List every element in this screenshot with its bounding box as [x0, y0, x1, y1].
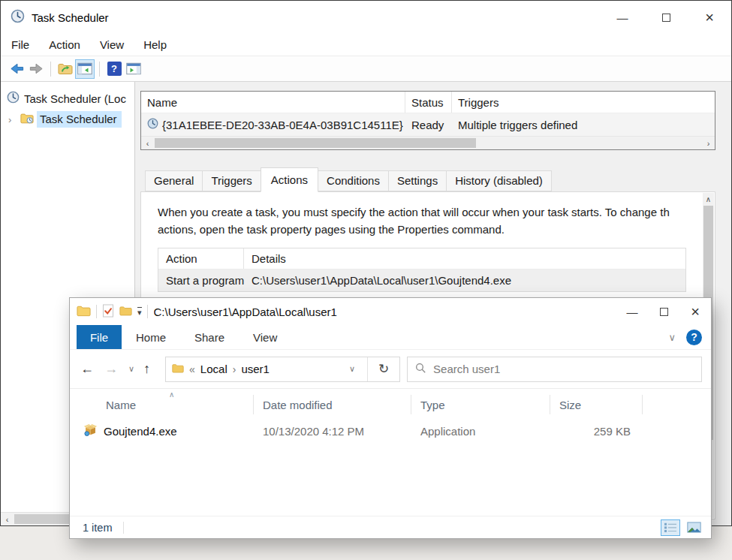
address-dropdown-chevron-icon[interactable]: ∨	[349, 364, 361, 374]
ribbon-collapse-chevron-icon[interactable]: ∨	[668, 332, 676, 343]
column-header-status[interactable]: Status	[405, 92, 452, 113]
forward-arrow-icon[interactable]: →	[104, 361, 118, 377]
column-header-triggers[interactable]: Triggers	[452, 92, 715, 113]
menu-action[interactable]: Action	[49, 38, 80, 51]
qat-customize-dropdown-icon[interactable]: ▾	[137, 307, 142, 317]
column-header-size[interactable]: Size	[550, 395, 643, 414]
task-list-panel: Name Status Triggers {31A1EBEE-DE20-33AB…	[140, 91, 715, 150]
sort-ascending-icon[interactable]: ∧	[169, 390, 174, 399]
scroll-left-arrow[interactable]: ‹	[141, 137, 154, 149]
scrollbar-thumb[interactable]	[14, 514, 71, 524]
tab-history[interactable]: History (disabled)	[447, 170, 552, 191]
task-list-horizontal-scrollbar[interactable]: ‹ ›	[141, 136, 715, 149]
column-header-date-modified[interactable]: Date modified	[254, 395, 411, 414]
breadcrumb-item-user1[interactable]: user1	[241, 363, 270, 375]
task-name: {31A1EBEE-DE20-33AB-0E4A-03B91C14511E}	[162, 119, 403, 131]
tab-conditions[interactable]: Conditions	[318, 170, 389, 191]
minimize-button[interactable]: —	[616, 298, 648, 325]
scroll-up-arrow[interactable]: ∧	[703, 193, 714, 205]
breadcrumb: « Local › user1 ∨	[166, 357, 367, 381]
ribbon-tab-home[interactable]: Home	[122, 325, 180, 349]
clock-app-icon	[11, 9, 25, 26]
forward-arrow-icon[interactable]	[26, 59, 46, 79]
actions-description-line-2: actions, open the task property pages us…	[158, 221, 686, 238]
new-folder-icon[interactable]	[119, 306, 132, 318]
tree-item-task-scheduler-local[interactable]: Task Scheduler (Loc	[1, 89, 134, 109]
tab-triggers[interactable]: Triggers	[203, 170, 261, 191]
toolbar-separator	[50, 62, 51, 77]
menu-help[interactable]: Help	[143, 38, 167, 51]
back-arrow-icon[interactable]	[7, 59, 26, 79]
column-header-name[interactable]: Name	[141, 92, 405, 113]
tree-item-task-scheduler-folder[interactable]: › Task Scheduler	[1, 111, 134, 128]
column-header-details[interactable]: Details	[244, 248, 685, 269]
window-title: Task Scheduler	[32, 11, 109, 24]
address-bar[interactable]: « Local › user1 ∨ ↻	[165, 357, 400, 382]
maximize-icon	[662, 14, 670, 22]
scrollbar-thumb[interactable]	[155, 138, 476, 148]
breadcrumb-item-local[interactable]: Local	[200, 363, 227, 375]
action-type: Start a program	[158, 274, 244, 287]
file-row[interactable]: Goujtend4.exe 10/13/2020 4:12 PM Applica…	[70, 419, 711, 443]
status-separator	[123, 522, 124, 534]
scroll-right-arrow[interactable]: ›	[702, 137, 715, 149]
up-arrow-icon[interactable]: ↑	[143, 361, 150, 377]
folder-icon	[172, 363, 184, 375]
details-view-icon[interactable]	[661, 519, 680, 536]
expander-chevron-icon[interactable]: ›	[8, 114, 17, 125]
maximize-button[interactable]	[648, 298, 679, 325]
tab-settings[interactable]: Settings	[389, 170, 447, 191]
thumbnail-view-icon[interactable]	[684, 519, 703, 536]
menu-view[interactable]: View	[100, 38, 124, 51]
actions-table-header: Action Details	[158, 248, 685, 269]
back-arrow-icon[interactable]: ←	[80, 361, 94, 377]
explorer-window-title: C:\Users\user1\AppData\Local\user1	[154, 306, 337, 318]
task-triggers: Multiple triggers defined	[452, 119, 715, 131]
file-list-empty-area[interactable]	[70, 443, 711, 516]
actions-description-line-1: When you create a task, you must specify…	[158, 203, 686, 221]
console-tree-icon[interactable]	[75, 59, 95, 79]
file-name: Goujtend4.exe	[104, 425, 177, 438]
folder-clock-icon	[20, 113, 34, 126]
folder-window-icon	[77, 305, 91, 319]
export-folder-icon[interactable]	[56, 59, 75, 79]
clock-icon	[7, 91, 20, 106]
properties-check-icon[interactable]	[102, 304, 114, 320]
action-row[interactable]: Start a program C:\Users\user1\AppData\L…	[158, 269, 685, 291]
recent-locations-chevron-icon[interactable]: ∨	[128, 364, 134, 374]
explorer-help-icon[interactable]: ?	[686, 330, 702, 345]
menu-file[interactable]: File	[11, 38, 29, 51]
file-date-modified: 10/13/2020 4:12 PM	[254, 425, 411, 438]
close-button[interactable]: ×	[679, 298, 711, 325]
task-row[interactable]: {31A1EBEE-DE20-33AB-0E4A-03B91C14511E} R…	[141, 113, 715, 136]
minimize-button[interactable]: —	[601, 1, 644, 34]
scroll-left-arrow[interactable]: ‹	[1, 513, 14, 525]
column-header-action[interactable]: Action	[158, 248, 244, 269]
refresh-icon[interactable]: ↻	[367, 357, 399, 381]
action-pane-icon[interactable]	[124, 59, 143, 79]
ribbon-tab-view[interactable]: View	[239, 325, 291, 349]
task-list-header: Name Status Triggers	[141, 92, 715, 113]
file-size: 259 KB	[550, 425, 643, 438]
help-icon[interactable]: ?	[104, 59, 124, 79]
breadcrumb-chevron-icon[interactable]: ›	[233, 363, 236, 375]
file-explorer-window: ▾ C:\Users\user1\AppData\Local\user1 — ×…	[69, 297, 712, 539]
file-type: Application	[411, 425, 550, 438]
maximize-button[interactable]	[644, 1, 688, 34]
search-box[interactable]	[407, 357, 702, 382]
title-bar[interactable]: Task Scheduler — ×	[1, 1, 731, 34]
tab-actions[interactable]: Actions	[261, 167, 318, 192]
ribbon-tab-bar: File Home Share View ∨ ?	[70, 325, 711, 350]
ribbon-tab-file[interactable]: File	[77, 325, 122, 349]
property-tabs: General Triggers Actions Conditions Sett…	[145, 170, 715, 191]
column-header-type[interactable]: Type	[411, 395, 550, 414]
close-button[interactable]: ×	[688, 1, 731, 34]
tab-general[interactable]: General	[145, 170, 203, 191]
ribbon-tab-share[interactable]: Share	[180, 325, 239, 349]
tree-child-label: Task Scheduler	[37, 111, 122, 128]
column-header-name[interactable]: Name	[70, 395, 254, 414]
breadcrumb-overflow-icon[interactable]: «	[189, 363, 195, 375]
qat-separator	[147, 305, 148, 318]
explorer-title-bar[interactable]: ▾ C:\Users\user1\AppData\Local\user1 — ×	[70, 298, 711, 325]
search-input[interactable]	[433, 363, 694, 375]
